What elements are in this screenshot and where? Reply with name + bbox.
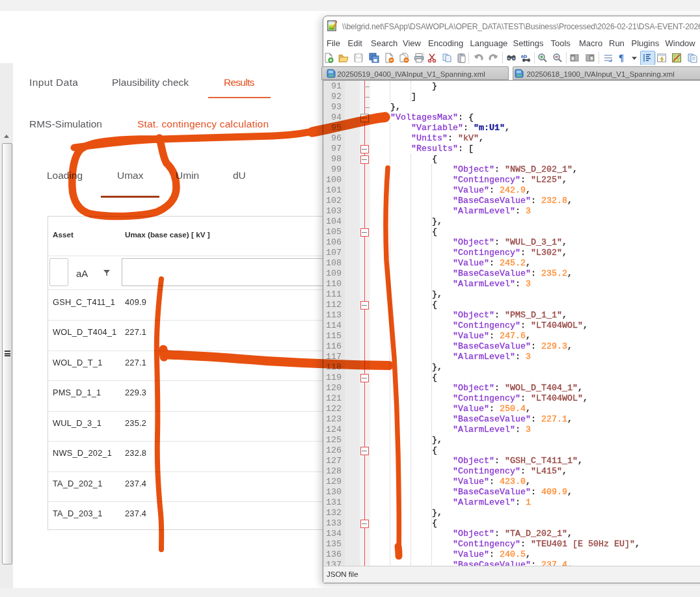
svg-text:ab: ab (521, 53, 527, 59)
svg-text:¶: ¶ (619, 53, 624, 63)
